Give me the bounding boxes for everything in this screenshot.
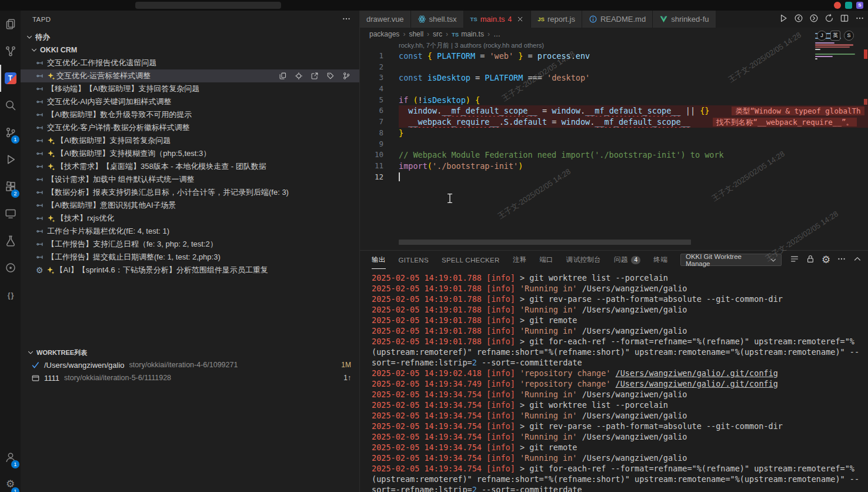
task-title: 【AI数据助理】支持回答复杂问题 (56, 135, 171, 146)
tree-root-okki-crm[interactable]: OKKI CRM (21, 44, 359, 56)
worktree-row[interactable]: /Users/wangziwen/galiostory/okkiai/itera… (21, 358, 359, 371)
task-icon (36, 149, 44, 158)
close-icon[interactable] (516, 15, 524, 23)
task-item[interactable]: 【工作报告】支持汇总日程（fe: 3, php: 2, test:2） (21, 238, 359, 251)
more-icon[interactable] (855, 14, 864, 25)
command-center[interactable] (135, 2, 281, 9)
lock-icon[interactable] (806, 254, 815, 266)
run-icon[interactable] (779, 14, 788, 25)
worktree-list: /Users/wangziwen/galiostory/okkiai/itera… (21, 358, 359, 384)
tab-README.md[interactable]: README.md (582, 11, 653, 28)
shield-icon[interactable]: S (856, 2, 863, 9)
breadcrumb-separator: › (403, 30, 405, 38)
breadcrumb-item[interactable]: src (433, 30, 442, 38)
chevron-up-icon[interactable] (853, 254, 862, 266)
task-item[interactable]: 【AI数据助理】意图识别其他AI子场景 (21, 199, 359, 212)
task-icon (36, 137, 44, 145)
tab-drawer.vue[interactable]: drawer.vue (360, 11, 411, 28)
tab-shrinked-fu[interactable]: shrinked-fu (653, 11, 716, 28)
activity-debug[interactable] (0, 146, 21, 173)
activity-source-control[interactable]: 1 (0, 119, 21, 146)
gear-icon[interactable]: ⚙ (822, 255, 830, 265)
line-number: 2 (360, 62, 383, 73)
task-item[interactable]: 交互优化-AI内容关键词加粗样式调整 (21, 95, 359, 108)
activity-explorer[interactable] (0, 11, 21, 38)
vue-icon (659, 15, 668, 24)
task-item[interactable]: ⚙【AI】【sprint4.6：下钻场景分析】分析范围组件显示员工重复 (21, 264, 359, 277)
activity-account[interactable]: 1 (0, 444, 21, 471)
task-item[interactable]: 【技术需求】【桌面端】358版本 - 本地化模块走查 - 团队数据 (21, 160, 359, 173)
activity-graph[interactable] (0, 38, 21, 65)
plugin-float-icon-英[interactable]: 英 (830, 31, 840, 41)
todo-section-header[interactable]: 待办 (21, 31, 359, 44)
tag-icon[interactable] (326, 72, 335, 80)
plugin-float-icon-J[interactable]: J (817, 31, 827, 41)
capture-icon[interactable] (845, 2, 852, 9)
activity-remote[interactable] (0, 200, 21, 227)
horizontal-scrollbar[interactable] (399, 240, 691, 245)
log-line: 2025-02-05 14:19:34.754 [info] > git rev… (372, 421, 860, 431)
breadcrumb-item[interactable]: packages (369, 30, 399, 38)
panel-tab-注释[interactable]: 注释 (513, 251, 527, 269)
activity-tapd[interactable]: T (0, 65, 21, 92)
panel-tab-终端[interactable]: 终端 (653, 251, 667, 269)
sync-icon[interactable] (824, 14, 834, 25)
copy-icon[interactable] (279, 72, 287, 80)
task-item[interactable]: 【设计需求】加载中 组件默认样式统一调整 (21, 173, 359, 186)
plugin-float-icon-S[interactable]: S (844, 31, 854, 41)
task-item[interactable]: 【AI数据助理】数仓升级导致不可用的提示 (21, 108, 359, 121)
open-external-icon[interactable] (311, 72, 319, 80)
search-icon (5, 99, 16, 111)
activity-target[interactable] (0, 254, 21, 281)
graph-icon (5, 45, 16, 57)
split-editor-icon[interactable] (840, 14, 849, 25)
worktree-row[interactable]: 1111story/okkiai/iteration-5-6/11119281↑ (21, 371, 359, 384)
task-icon (36, 98, 44, 106)
task-item[interactable]: 交互优化-工作报告优化遗留问题 (21, 56, 359, 69)
code-line: 6 window.__mf_default_scope__ = window._… (360, 105, 868, 117)
panel-tab-GITLENS[interactable]: GITLENS (399, 251, 429, 269)
locate-icon[interactable] (295, 72, 303, 80)
panel-tab-输出[interactable]: 输出 (372, 251, 386, 269)
tab-main.ts[interactable]: TSmain.ts4 (464, 11, 532, 28)
panel-tab-SPELL CHECKER[interactable]: SPELL CHECKER (442, 251, 500, 269)
tab-report.js[interactable]: JSreport.js (531, 11, 582, 28)
task-icon (36, 253, 44, 261)
task-item[interactable]: 工作台卡片标题栏优化(fE: 4, test: 1) (21, 225, 359, 238)
codelens-blame[interactable]: rocky.hh, 7个月前 | 3 authors (rocky.hh and… (399, 41, 544, 50)
output-list-icon[interactable] (790, 254, 799, 266)
breadcrumb-item[interactable]: TSmain.ts (452, 30, 484, 38)
task-item[interactable]: 【AI数据助理】支持回答复杂问题 (21, 134, 359, 147)
task-item[interactable]: 交互优化-客户详情-数据分析徽标样式调整 (21, 121, 359, 134)
activity-extensions[interactable]: 2 (0, 173, 21, 200)
breadcrumb-item[interactable]: shell (409, 30, 423, 38)
activity-test[interactable] (0, 227, 21, 254)
more-icon[interactable] (837, 254, 846, 266)
code-text: window.__mf_default_scope__ = window.__m… (399, 105, 868, 117)
output-channel-select[interactable]: OKKI Git Worktree Manage (680, 254, 782, 266)
problems-badge: 4 (631, 256, 640, 264)
activity-brackets[interactable]: { } (0, 281, 21, 308)
task-item[interactable]: 【AI数据助理】支持模糊查询（php:5,test:3） (21, 147, 359, 160)
code-area[interactable]: 1const { PLATFORM = 'web' } = process.en… (360, 51, 868, 182)
panel-tab-问题[interactable]: 问题4 (614, 251, 640, 269)
panel-tab-调试控制台[interactable]: 调试控制台 (566, 251, 601, 269)
navigate-back-icon[interactable] (794, 14, 803, 25)
worktree-section-header[interactable]: WORKTREE列表 (21, 347, 359, 358)
task-item[interactable]: 【工作报告】提交截止日期调整(fe: 1, test: 2,php:3) (21, 251, 359, 264)
breadcrumb-label: … (493, 30, 500, 38)
activity-settings-gear[interactable]: ⚙1 (0, 471, 21, 492)
tab-shell.tsx[interactable]: shell.tsx (411, 11, 464, 28)
task-item[interactable]: 【数据分析】报表支持切换汇总目标，小计合计等，并记录到后端(fe: 3) (21, 186, 359, 199)
navigate-forward-icon[interactable] (809, 14, 819, 25)
activity-search[interactable] (0, 92, 21, 119)
breadcrumb-separator: › (446, 30, 448, 38)
panel-tab-端口[interactable]: 端口 (539, 251, 553, 269)
task-item[interactable]: 【移动端】【AI数据助理】支持回答复杂问题 (21, 82, 359, 95)
record-icon[interactable] (834, 2, 841, 9)
branch-icon[interactable] (342, 72, 350, 80)
task-item[interactable]: 【技术】rxjs优化 (21, 212, 359, 225)
task-item[interactable]: 交互优化-运营标签样式调整 (21, 69, 359, 82)
breadcrumb-item[interactable]: … (493, 30, 500, 38)
more-actions-icon[interactable] (342, 14, 351, 25)
